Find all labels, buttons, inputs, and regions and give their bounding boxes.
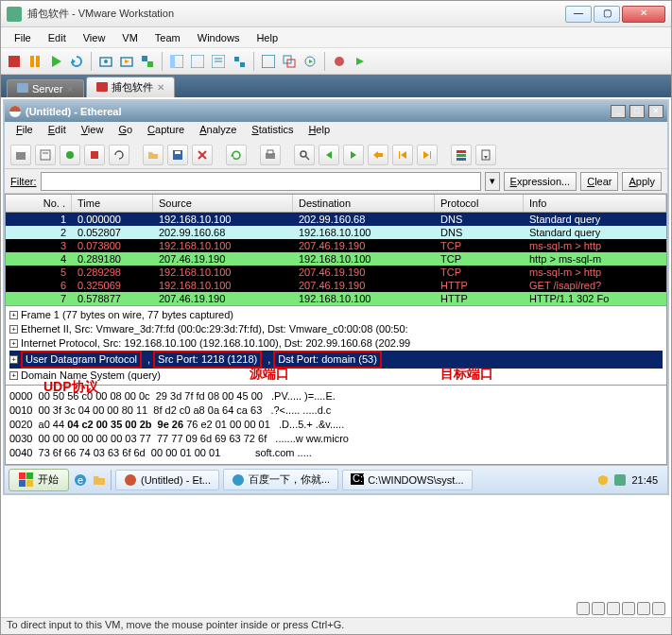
expand-icon[interactable]: + [9, 325, 18, 334]
col-info[interactable]: Info [524, 195, 666, 212]
ie-icon[interactable]: e [73, 472, 88, 488]
close-button[interactable]: ✕ [622, 6, 665, 23]
menu-edit[interactable]: Edit [41, 30, 74, 45]
summary-icon[interactable] [209, 52, 228, 71]
table-row[interactable]: 20.052807202.99.160.68192.168.10.100DNSS… [6, 226, 666, 239]
packet-details[interactable]: +Frame 1 (77 bytes on wire, 77 bytes cap… [5, 306, 667, 386]
close-icon[interactable]: ✕ [66, 84, 74, 94]
autoscroll-icon[interactable] [475, 145, 496, 165]
hex-pane[interactable]: 0000 00 50 56 c0 00 08 00 0c 29 3d 7f fd… [5, 386, 667, 465]
tab-capture[interactable]: 捕包软件 ✕ [86, 77, 175, 97]
console-icon[interactable] [188, 52, 207, 71]
table-row[interactable]: 60.325069192.168.10.100207.46.19.190HTTP… [6, 279, 666, 292]
back-icon[interactable] [319, 145, 339, 165]
reset-icon[interactable] [67, 52, 86, 71]
replay-icon[interactable] [301, 52, 319, 71]
menu-view[interactable]: View [76, 30, 113, 45]
close-file-icon[interactable] [192, 145, 213, 165]
restart-capture-icon[interactable] [109, 145, 129, 165]
expand-icon[interactable]: + [9, 371, 18, 380]
filter-dropdown-icon[interactable]: ▾ [485, 172, 500, 191]
unity-icon[interactable] [280, 52, 299, 71]
frame-line[interactable]: Frame 1 (77 bytes on wire, 77 bytes capt… [21, 308, 233, 322]
col-no[interactable]: No. . [6, 195, 72, 212]
snapshot-mgr-icon[interactable] [138, 52, 157, 71]
goto-icon[interactable] [368, 145, 388, 165]
ip-line[interactable]: Internet Protocol, Src: 192.168.10.100 (… [21, 336, 410, 351]
pause-icon[interactable] [26, 52, 44, 71]
find-icon[interactable] [294, 145, 315, 165]
explorer-icon[interactable] [92, 472, 107, 488]
start-capture-icon[interactable] [60, 145, 80, 165]
eth-line[interactable]: Ethernet II, Src: Vmware_3d:7f:fd (00:0c… [21, 322, 408, 336]
menu-view[interactable]: View [74, 122, 112, 141]
save-icon[interactable] [167, 145, 188, 165]
print-icon[interactable] [260, 145, 281, 165]
table-row[interactable]: 50.289298192.168.10.100207.46.19.190TCPm… [6, 266, 666, 279]
device-indicators[interactable] [577, 602, 665, 615]
udp-proto-label[interactable]: User Datagram Protocol [21, 351, 142, 369]
filter-input[interactable] [41, 172, 481, 191]
col-source[interactable]: Source [153, 195, 293, 212]
table-row[interactable]: 30.073800192.168.10.100207.46.19.190TCPm… [6, 239, 666, 252]
menu-help[interactable]: Help [301, 122, 337, 141]
maximize-button[interactable]: ▢ [594, 6, 620, 23]
menu-file[interactable]: File [9, 122, 41, 141]
expand-icon[interactable]: + [9, 339, 18, 348]
vmtools-icon[interactable] [614, 474, 626, 486]
expand-icon[interactable]: + [9, 355, 18, 364]
forward-icon[interactable] [343, 145, 364, 165]
apply-button[interactable]: Apply [622, 172, 662, 191]
menu-vm[interactable]: VM [114, 30, 146, 45]
col-proto[interactable]: Protocol [435, 195, 524, 212]
maximize-button[interactable]: □ [629, 105, 645, 118]
fullscreen-icon[interactable] [259, 52, 278, 71]
snapshot-icon[interactable] [96, 52, 115, 71]
shield-icon[interactable] [597, 474, 609, 486]
packet-rows[interactable]: 10.000000192.168.10.100202.99.160.68DNSS… [6, 213, 666, 305]
tab-server[interactable]: Server ✕ [7, 79, 84, 97]
menu-file[interactable]: File [7, 30, 39, 45]
menu-team[interactable]: Team [147, 30, 188, 45]
stop-capture-icon[interactable] [84, 145, 105, 165]
close-icon[interactable]: ✕ [157, 82, 164, 93]
start-button[interactable]: 开始 [9, 469, 69, 491]
system-tray[interactable]: 21:45 [592, 474, 663, 486]
options-icon[interactable] [35, 145, 56, 165]
open-icon[interactable] [143, 145, 164, 165]
menu-analyze[interactable]: Analyze [192, 122, 244, 141]
quickswitch-icon[interactable] [230, 52, 249, 71]
interfaces-icon[interactable] [10, 145, 31, 165]
table-row[interactable]: 70.578877207.46.19.190192.168.10.100HTTP… [6, 292, 666, 305]
first-icon[interactable] [392, 145, 413, 165]
col-dest[interactable]: Destination [293, 195, 435, 212]
sidebar-icon[interactable] [167, 52, 186, 71]
colorize-icon[interactable] [451, 145, 472, 165]
table-row[interactable]: 40.289180207.46.19.190192.168.10.100TCPh… [6, 252, 666, 266]
col-time[interactable]: Time [72, 195, 153, 212]
task-cmd[interactable]: C:\ C:\WINDOWS\syst... [342, 470, 472, 490]
stop-icon[interactable] [5, 52, 24, 71]
expand-icon[interactable]: + [9, 311, 18, 319]
task-ethereal[interactable]: (Untitled) - Et... [115, 470, 219, 490]
reload-icon[interactable] [226, 145, 247, 165]
menu-edit[interactable]: Edit [41, 122, 74, 141]
udp-src-label[interactable]: Src Port: 1218 (1218) [153, 351, 262, 369]
menu-go[interactable]: Go [111, 122, 140, 141]
menu-statistics[interactable]: Statistics [244, 122, 301, 141]
menu-capture[interactable]: Capture [140, 122, 192, 141]
minimize-button[interactable]: — [565, 6, 592, 23]
revert-icon[interactable] [117, 52, 136, 71]
task-browser[interactable]: 百度一下，你就... [223, 469, 338, 490]
clear-button[interactable]: Clear [580, 172, 618, 191]
close-button[interactable]: × [648, 105, 663, 118]
capture-icon[interactable] [330, 52, 349, 71]
expression-button[interactable]: Expression... [504, 172, 577, 191]
minimize-button[interactable]: _ [611, 105, 626, 118]
menu-help[interactable]: Help [249, 30, 285, 45]
last-icon[interactable] [417, 145, 438, 165]
play-icon[interactable] [46, 52, 65, 71]
replay2-icon[interactable] [351, 52, 370, 71]
udp-dst-label[interactable]: Dst Port: domain (53) [273, 351, 382, 369]
menu-windows[interactable]: Windows [190, 30, 248, 45]
